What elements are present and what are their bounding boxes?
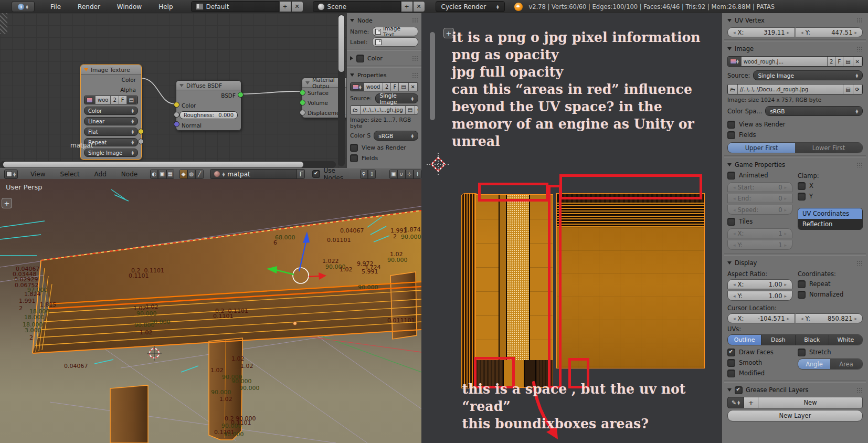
uv-vertex-y-slider[interactable]: ◂Y:447.51▸ <box>795 27 863 37</box>
stretch-checkbox[interactable] <box>798 349 806 356</box>
unlink-icon[interactable]: ✕ <box>136 96 138 104</box>
view-as-render-checkbox[interactable] <box>350 144 358 152</box>
grease-pencil-source-button[interactable]: ✎ <box>727 397 744 408</box>
repeat-checkbox[interactable] <box>798 280 806 288</box>
uv-column[interactable] <box>476 195 499 361</box>
colorspace-dropdown[interactable]: sRGB <box>374 131 418 141</box>
panel-grip-icon[interactable] <box>856 18 863 23</box>
file-icon[interactable]: 🗁 <box>728 85 738 94</box>
fields-checkbox[interactable] <box>727 131 735 139</box>
color-input-socket[interactable] <box>174 102 179 108</box>
modified-checkbox[interactable] <box>727 370 735 377</box>
uv-island-tabletop[interactable] <box>556 193 705 368</box>
scene-field[interactable]: Scene <box>313 1 401 12</box>
mapping-reflection[interactable]: Reflection <box>798 219 862 229</box>
users-count[interactable]: 2 <box>828 57 835 66</box>
colorspace-dropdown[interactable]: sRGB <box>765 106 863 116</box>
material-field[interactable]: matpat <box>210 170 297 178</box>
grease-pencil-checkbox[interactable] <box>735 386 743 394</box>
snap-icon[interactable]: ∪ <box>397 170 405 179</box>
collapse-icon[interactable] <box>179 84 184 87</box>
layout-field[interactable]: Default <box>191 1 279 12</box>
users-count[interactable]: 2 <box>383 83 391 91</box>
menu-item[interactable]: Render <box>69 3 109 10</box>
menu-item[interactable]: Node <box>114 171 145 178</box>
normalized-checkbox[interactable] <box>798 291 806 299</box>
image-name[interactable]: wood_rough.j... <box>742 57 828 66</box>
normal-input-socket[interactable] <box>174 121 179 127</box>
panel-grip-icon[interactable] <box>856 260 863 266</box>
alpha-output-socket[interactable] <box>138 139 144 144</box>
unlink-icon[interactable]: ✕ <box>853 57 862 66</box>
open-image-icon[interactable]: ▤ <box>843 57 853 66</box>
image-name[interactable]: woo <box>96 96 111 104</box>
node-label-field[interactable] <box>372 37 418 47</box>
filepath-row[interactable]: 🗁 //..\..\..\...gh.jpg ▤ ⟳ <box>350 106 418 114</box>
node-section-header[interactable]: Node <box>350 15 418 26</box>
menu-item[interactable]: Add <box>87 171 114 178</box>
editor-type-button[interactable] <box>4 170 18 179</box>
collapse-icon[interactable] <box>305 81 310 85</box>
uv-draw-mode-button[interactable]: Black <box>795 335 829 345</box>
stretch-angle-button[interactable]: Angle <box>798 359 830 369</box>
roughness-input-socket[interactable] <box>174 112 179 118</box>
unlink-icon[interactable]: ✕ <box>409 83 418 91</box>
grease-pencil-header[interactable]: Grease Pencil Layers <box>727 385 863 395</box>
tiles-x-slider[interactable]: ◂X:1▸ <box>727 228 792 238</box>
gp-new-button[interactable]: New <box>758 397 863 408</box>
delete-scene-button[interactable]: ✕ <box>413 1 425 12</box>
image-icon[interactable] <box>84 96 96 104</box>
uv-column[interactable] <box>500 195 506 361</box>
mapping-uv-coordinates[interactable]: UV Coordinates <box>798 208 862 219</box>
panel-grip-icon[interactable] <box>412 72 418 78</box>
parent-node-tree-icon[interactable]: ⇧ <box>368 170 376 179</box>
object-shader-icon[interactable]: ◆ <box>179 170 187 179</box>
texture-nodes-icon[interactable]: ▦ <box>166 170 174 179</box>
image-datablock[interactable]: wood 2 F ▤ ✕ <box>350 82 418 91</box>
world-shader-icon[interactable]: ◍ <box>187 170 195 179</box>
image-section-header[interactable]: Image <box>727 44 863 54</box>
menu-item[interactable]: File <box>42 3 69 10</box>
uv-island-left-block[interactable] <box>475 194 553 361</box>
speed-slider[interactable]: ◂Speed:0▸ <box>727 205 792 215</box>
node-editor[interactable]: Image Texture Color Alpha woo 2 F ▤ ✕ Co… <box>0 13 421 168</box>
roughness-slider[interactable]: Roughness: 0.000 <box>179 111 238 119</box>
image-datablock[interactable]: wood_rough.j... 2 F ▤ ✕ <box>727 56 863 67</box>
image-icon[interactable] <box>351 83 364 91</box>
use-nodes-checkbox[interactable] <box>312 170 320 178</box>
upper-first-button[interactable]: Upper First <box>728 143 795 153</box>
filepath-field[interactable]: //..\..\..\...gh.jpg <box>361 106 406 114</box>
shader-nodes-icon[interactable]: ◐ <box>150 170 158 179</box>
source-dropdown[interactable]: Single Image <box>84 149 138 157</box>
area-corner-widget[interactable] <box>0 13 7 34</box>
source-dropdown[interactable]: Single Image <box>375 93 419 103</box>
node-header[interactable]: Diffuse BSDF <box>176 81 241 90</box>
fields-checkbox[interactable] <box>350 154 358 162</box>
uv-vertex-header[interactable]: UV Vertex <box>727 15 863 26</box>
uv-draw-mode-button[interactable]: White <box>829 335 862 345</box>
cursor-x-slider[interactable]: ◂X:-104.571▸ <box>727 313 795 323</box>
linestyle-shader-icon[interactable]: ╱ <box>195 170 203 179</box>
uv-scrollbar[interactable] <box>430 32 435 120</box>
color-space-dropdown[interactable]: Color <box>84 107 138 115</box>
fake-user-button[interactable]: F <box>297 170 305 178</box>
tiles-checkbox[interactable] <box>727 218 735 226</box>
lower-first-button[interactable]: Lower First <box>795 143 862 153</box>
toolshelf-expand-tab[interactable]: + <box>2 198 12 208</box>
menu-item[interactable]: View <box>23 171 52 178</box>
panel-grip-icon[interactable] <box>412 18 418 23</box>
open-image-icon[interactable]: ▤ <box>127 96 136 104</box>
open-image-icon[interactable]: ▤ <box>399 83 408 91</box>
aspect-x-slider[interactable]: ◂X:1.00▸ <box>727 279 792 289</box>
snap-target-icon[interactable]: ⊹ <box>406 170 414 179</box>
color-output-socket[interactable] <box>138 129 144 134</box>
color-section-header[interactable]: Color <box>350 53 418 64</box>
node-header[interactable]: Material Outpu <box>302 78 353 88</box>
menu-item[interactable]: Help <box>150 3 181 10</box>
start-slider[interactable]: ◂Start:0▸ <box>727 182 792 192</box>
editor-type-button[interactable]: i <box>12 1 35 12</box>
properties-section-header[interactable]: Properties <box>350 70 418 80</box>
collapse-icon[interactable] <box>84 68 88 71</box>
node-header[interactable]: Image Texture <box>81 65 141 75</box>
displacement-input-socket[interactable] <box>300 110 305 115</box>
